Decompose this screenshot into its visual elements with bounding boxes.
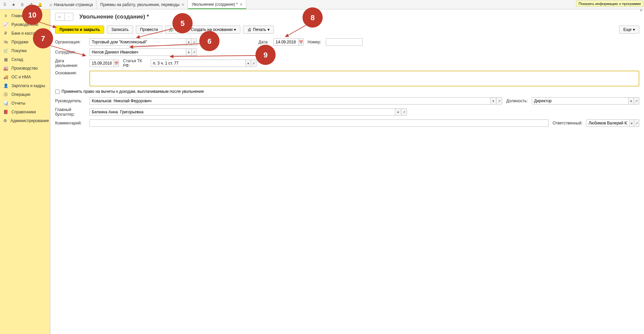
sidebar: ≡Главное 📈Руководителю ₽Банк и касса 🛍Пр…: [0, 9, 50, 334]
open-icon[interactable]: ↗: [191, 49, 197, 55]
btn-label: Создать на основании: [191, 27, 233, 32]
dropdown-icon[interactable]: ▾: [395, 109, 401, 115]
nav-forward[interactable]: →: [64, 13, 73, 21]
tab-dismissal[interactable]: Увольнение (создание) * ×: [188, 0, 246, 9]
manager-input[interactable]: [90, 98, 490, 104]
employee-field[interactable]: ▾ ↗: [89, 48, 197, 56]
btn-label: Еще: [623, 27, 632, 32]
dropdown-icon[interactable]: ▾: [629, 120, 634, 126]
position-field[interactable]: ▾ ↗: [532, 97, 639, 105]
accountant-label: Главный бухгалтер:: [55, 107, 88, 117]
tab-label: Приемы на работу, увольнения, переводы: [100, 2, 179, 7]
tab-home[interactable]: ⌂ Начальная страница: [46, 0, 96, 9]
article-field[interactable]: ▾ ↗: [151, 60, 256, 67]
sidebar-item-operations[interactable]: ⒶОперации: [0, 90, 50, 99]
tab-label: Начальная страница: [54, 2, 93, 7]
post-close-button[interactable]: Провести и закрыть: [55, 26, 104, 34]
number-field[interactable]: [326, 38, 363, 46]
page-title: Увольнение (создание) *: [79, 13, 149, 20]
home-icon: ⌂: [49, 2, 52, 7]
open-icon[interactable]: ↗: [634, 98, 639, 104]
sidebar-item-bank[interactable]: ₽Банк и касса: [0, 29, 50, 38]
top-bar: ⠿ ★ ⎘ ↺ 🔔 ⌂ Начальная страница Приемы на…: [0, 0, 644, 9]
open-icon[interactable]: ↗: [191, 39, 197, 45]
top-icons: ⠿ ★ ⎘ ↺ 🔔: [0, 2, 44, 7]
responsible-input[interactable]: [587, 120, 629, 126]
sidebar-item-directories[interactable]: 📕Справочники: [0, 108, 50, 116]
grid-icon: ▦: [3, 57, 8, 62]
bars-icon: 📊: [3, 101, 8, 106]
calendar-icon[interactable]: 📅: [114, 60, 119, 67]
dropdown-icon[interactable]: ▾: [186, 39, 191, 45]
manager-field[interactable]: ▾ ↗: [89, 97, 502, 105]
sidebar-label: Справочники: [11, 110, 36, 114]
reason-input[interactable]: [92, 73, 637, 83]
date-field[interactable]: 📅: [273, 38, 304, 46]
sidebar-item-sales[interactable]: 🛍Продажи: [0, 38, 50, 46]
star-icon[interactable]: ★: [11, 2, 16, 7]
sidebar-item-hr[interactable]: 👤Зарплата и кадры: [0, 81, 50, 90]
tab-hires[interactable]: Приемы на работу, увольнения, переводы ×: [96, 0, 188, 9]
open-icon[interactable]: ↗: [634, 120, 639, 126]
close-icon[interactable]: ×: [182, 2, 184, 7]
article-input[interactable]: [151, 60, 245, 67]
employee-input[interactable]: [90, 49, 186, 55]
dropdown-icon[interactable]: ▾: [490, 98, 496, 104]
sidebar-label: Банк и касса: [11, 31, 35, 36]
comment-field[interactable]: [89, 119, 549, 127]
gear-icon: ⚙: [3, 118, 7, 123]
sidebar-label: Главное: [11, 13, 27, 18]
comment-label: Комментарий:: [55, 121, 88, 125]
tabs: ⌂ Начальная страница Приемы на работу, у…: [46, 0, 246, 9]
date-input[interactable]: [274, 39, 298, 45]
sidebar-item-production[interactable]: 🏭Производство: [0, 64, 50, 73]
dismiss-date-input[interactable]: [90, 60, 114, 67]
sidebar-item-main[interactable]: ≡Главное: [0, 11, 50, 20]
sidebar-item-reports[interactable]: 📊Отчеты: [0, 99, 50, 108]
number-input[interactable]: [326, 39, 362, 45]
info-button[interactable]: Показать информацию о программе: [576, 1, 643, 7]
print-button[interactable]: 🖨 Печать ▾: [243, 26, 274, 34]
dt-kt-button[interactable]: ДтКт: [165, 26, 184, 34]
dropdown-icon[interactable]: ▾: [628, 98, 634, 104]
dropdown-icon[interactable]: ▾: [245, 60, 251, 67]
reason-field[interactable]: [89, 71, 639, 86]
create-based-button[interactable]: Создать на основании ▾: [187, 26, 241, 34]
responsible-label: Ответственный:: [553, 121, 585, 125]
sidebar-label: Покупки: [11, 48, 27, 53]
dismiss-date-field[interactable]: 📅: [89, 60, 119, 67]
dropdown-icon[interactable]: ▾: [186, 49, 191, 55]
responsible-field[interactable]: ▾ ↗: [586, 119, 639, 127]
bell-icon[interactable]: 🔔: [37, 2, 42, 7]
post-button[interactable]: Провести: [136, 26, 162, 34]
organization-field[interactable]: ▾ ↗: [89, 38, 197, 46]
calendar-icon[interactable]: 📅: [298, 39, 303, 45]
sidebar-label: Склад: [11, 57, 23, 62]
history-icon[interactable]: ↺: [28, 2, 34, 7]
sidebar-item-assets[interactable]: 🚚ОС и НМА: [0, 73, 50, 81]
sidebar-item-admin[interactable]: ⚙Администрирование: [0, 116, 50, 125]
more-button[interactable]: Еще ▾: [619, 26, 639, 34]
sidebar-item-warehouse[interactable]: ▦Склад: [0, 55, 50, 64]
nav-arrows: ← →: [55, 13, 73, 21]
nav-back[interactable]: ←: [55, 13, 64, 21]
open-icon[interactable]: ↗: [401, 109, 407, 115]
clip-icon[interactable]: ⎘: [19, 2, 25, 7]
close-page-icon[interactable]: ×: [640, 9, 643, 13]
comment-input[interactable]: [90, 120, 548, 126]
save-button[interactable]: Записать: [107, 26, 133, 34]
open-icon[interactable]: ↗: [496, 98, 502, 104]
open-icon[interactable]: ↗: [251, 60, 256, 67]
organization-input[interactable]: [90, 39, 186, 45]
apps-icon[interactable]: ⠿: [2, 2, 7, 7]
book-icon: 📕: [3, 110, 8, 114]
content: × ← → Увольнение (создание) * Провести и…: [50, 9, 644, 334]
close-icon[interactable]: ×: [240, 2, 242, 7]
position-input[interactable]: [532, 98, 628, 104]
sidebar-item-purchases[interactable]: 🛒Покупки: [0, 46, 50, 55]
accountant-input[interactable]: [90, 109, 395, 115]
sidebar-item-manager[interactable]: 📈Руководителю: [0, 20, 50, 29]
apply-deduction-checkbox[interactable]: [55, 89, 59, 94]
accountant-field[interactable]: ▾ ↗: [89, 108, 407, 116]
manager-label: Руководитель:: [55, 99, 88, 103]
